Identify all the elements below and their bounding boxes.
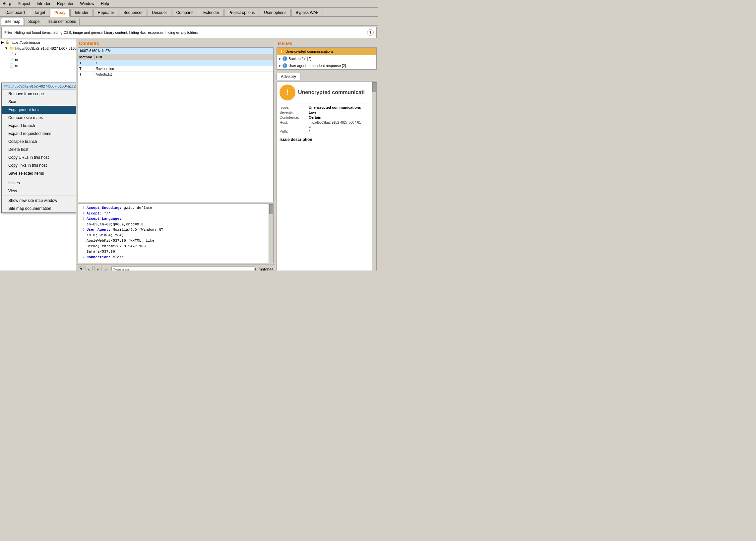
issue-item-unencrypted[interactable]: ! Unencrypted communications	[277, 48, 377, 55]
tree-item-fa[interactable]: 📄 fa	[0, 57, 76, 63]
code-content-4: Accept: */*	[87, 211, 111, 217]
search-input[interactable]	[111, 267, 254, 270]
col-method-header: Method	[78, 54, 95, 60]
ctx-copy-urls[interactable]: Copy URLs in this host	[2, 154, 76, 162]
ctx-issues[interactable]: Issues ▶	[2, 179, 76, 187]
expand-arrow-csdnimg: ▶	[1, 40, 4, 44]
tree-item-root[interactable]: 📄 /	[0, 51, 76, 57]
tree-item-ro[interactable]: 📄 ro	[0, 63, 76, 68]
ctx-remove-scope[interactable]: Remove from scope	[2, 90, 76, 98]
right-panel: Issues ! Unencrypted communications ▶ i …	[275, 39, 378, 270]
ctx-collapse-branch[interactable]: Collapse branch	[2, 138, 76, 146]
tree-label-csdnimg: https://csdnimg.cn	[11, 40, 40, 44]
tab-repeater[interactable]: Repeater	[94, 9, 118, 16]
host-label-key: Host:	[280, 120, 306, 128]
contents-row-0[interactable]: T /	[78, 60, 273, 66]
tab-comparer[interactable]: Comparer	[172, 9, 198, 16]
sub-tab-scope[interactable]: Scope	[25, 18, 43, 25]
code-content-6: User-Agent: Mozilla/5.0 (Windows NT	[87, 227, 163, 233]
tab-bypass-waf[interactable]: Bypass WAF	[292, 9, 323, 16]
advisory-title: Unencrypted communicati	[298, 90, 365, 96]
cell-method-2: T	[78, 72, 95, 77]
contents-row-1[interactable]: T /favicon.ico	[78, 66, 273, 72]
advisory-scrollbar[interactable]	[372, 82, 377, 270]
ctx-scan[interactable]: Scan	[2, 98, 76, 106]
menu-intruder[interactable]: Intruder	[35, 1, 52, 7]
info-icon-useragent: i	[283, 63, 287, 68]
tab-target[interactable]: Target	[30, 9, 49, 16]
ctx-sep2	[2, 196, 76, 196]
col-url-header: URL	[95, 54, 273, 60]
tab-project-options[interactable]: Project options	[224, 9, 259, 16]
advisory-scrollbar-thumb[interactable]	[373, 82, 377, 92]
tab-proxy[interactable]: Proxy	[50, 9, 70, 17]
ctx-save-selected[interactable]: Save selected items	[2, 169, 76, 177]
contents-row-2[interactable]: T /robots.txt	[78, 72, 273, 77]
tree-item-csdnimg[interactable]: ▶ 🔒 https://csdnimg.cn	[0, 39, 76, 45]
issue-label-useragent: User agent-dependent response [2]	[289, 64, 346, 68]
issue-item-useragent[interactable]: ▶ i User agent-dependent response [2]	[277, 62, 377, 69]
tab-decoder[interactable]: Decoder	[148, 9, 171, 16]
severity-label-key: Severity:	[280, 110, 306, 114]
search-matches: 0 matches	[255, 267, 274, 270]
search-next2-button[interactable]: >	[103, 266, 110, 270]
ctx-engagement-tools-label: Engagement tools	[8, 107, 40, 112]
tab-extender[interactable]: Extender	[199, 9, 224, 16]
ctx-delete-host[interactable]: Delete host	[2, 146, 76, 154]
ctx-engagement-tools[interactable]: Engagement tools ▶	[2, 106, 76, 114]
tree-item-f50c[interactable]: ▼ 📁 http://f50c9ba2-91b2-4827-b607-61604…	[0, 45, 76, 51]
search-bar: ? < + > 0 matches	[76, 265, 275, 270]
sub-tab-issue-definitions[interactable]: Issue definitions	[44, 18, 80, 25]
ctx-view[interactable]: View ▶	[2, 187, 76, 195]
path-label-key: Path:	[280, 129, 306, 133]
menu-help[interactable]: Help	[100, 1, 110, 7]
ctx-copy-links[interactable]: Copy links in this host	[2, 162, 76, 169]
menu-repeater[interactable]: Repeater	[56, 1, 75, 7]
code-content-6d: Gecko) Chrome/69.0.3497.100	[87, 244, 146, 249]
code-content-7: Connection: close	[87, 255, 124, 260]
filter-text: Filter: Hiding not found items; hiding C…	[4, 31, 198, 34]
menu-burp[interactable]: Burp	[1, 1, 12, 7]
ctx-show-new-window[interactable]: Show new site map window	[2, 197, 76, 205]
advisory-details: Issue: Unencrypted communications Severi…	[277, 103, 377, 135]
context-menu: http://f50c9ba2-91b2-4827-b607-61604a1c2…	[1, 83, 76, 213]
menu-window[interactable]: Window	[79, 1, 96, 7]
confidence-label-key: Confidence:	[280, 115, 306, 119]
code-content-5-cont: en-US,en-GB;q=0.9,en;q=0.8	[87, 222, 144, 228]
code-scrollbar-thumb[interactable]	[269, 204, 273, 214]
tab-intruder[interactable]: Intruder	[70, 9, 93, 16]
issue-label-unencrypted: Unencrypted communications	[286, 49, 334, 53]
host-value2: cn	[309, 125, 312, 128]
code-line-3: 3 Accept-Encoding: gzip, deflate	[79, 205, 272, 211]
code-scrollbar[interactable]	[269, 204, 273, 263]
big-warning-icon: !	[280, 85, 296, 101]
line-num-6c	[79, 238, 85, 244]
search-help-button[interactable]: ?	[78, 266, 84, 270]
sub-tab-site-map[interactable]: Site map	[1, 18, 24, 25]
ctx-expand-requested[interactable]: Expand requested items	[2, 130, 76, 138]
search-next-button[interactable]: +	[94, 266, 102, 270]
advisory-tab[interactable]: Advisory	[277, 73, 301, 80]
search-prev-button[interactable]: <	[86, 266, 93, 270]
code-area: 3 Accept-Encoding: gzip, deflate 4 Accep…	[78, 204, 274, 263]
advisory-section-title: Issue description	[277, 135, 377, 143]
code-line-6: 6 User-Agent: Mozilla/5.0 (Windows NT	[79, 227, 272, 233]
code-line-6c: AppleWebKit/537.36 (KHTML, like	[79, 238, 272, 244]
filter-help-button[interactable]: ?	[367, 29, 374, 36]
line-num-4: 4	[79, 211, 85, 217]
ctx-expand-branch[interactable]: Expand branch	[2, 122, 76, 130]
tab-dashboard[interactable]: Dashboard	[1, 9, 29, 16]
tab-sequencer[interactable]: Sequencer	[119, 9, 147, 16]
issue-item-backup[interactable]: ▶ i Backup file [2]	[277, 55, 377, 62]
cell-method-1: T	[78, 66, 95, 71]
tab-user-options[interactable]: User options	[260, 9, 291, 16]
code-line-5: 5 Accept-Language:	[79, 216, 272, 222]
expand-arrow-f50c: ▼	[5, 46, 8, 50]
menu-bar: Burp Project Intruder Repeater Window He…	[0, 0, 378, 8]
ctx-documentation[interactable]: Site map documentation	[2, 205, 76, 213]
warning-icon-unencrypted: !	[279, 49, 284, 54]
ctx-issues-label: Issues	[8, 181, 20, 185]
line-num-6b	[79, 233, 85, 238]
menu-project[interactable]: Project	[16, 1, 31, 7]
ctx-compare-site-maps[interactable]: Compare site maps	[2, 114, 76, 122]
